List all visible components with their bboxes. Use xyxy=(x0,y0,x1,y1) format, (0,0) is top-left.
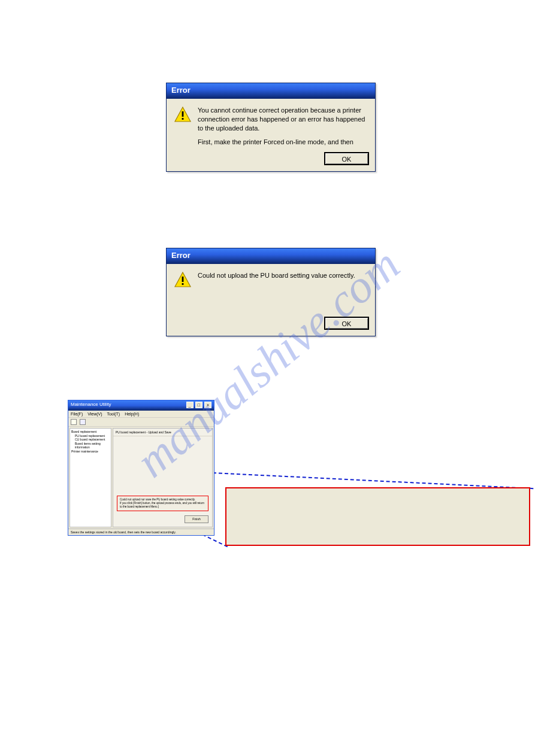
dialog1-line2: First, make the printer Forced on-line m… xyxy=(198,138,368,147)
dialog2-title: Error xyxy=(167,248,375,264)
highlighted-message-box: Could not upload nor save the PU board s… xyxy=(117,496,208,511)
nav-tree[interactable]: Board replacement PU board replacement C… xyxy=(69,428,111,527)
right-panel: PU board replacement - Upload and Save C… xyxy=(113,428,213,527)
tree-item-cu[interactable]: CU board replacement xyxy=(71,438,110,442)
panel-title: PU board replacement - Upload and Save xyxy=(113,429,212,436)
menu-tool[interactable]: Tool(T) xyxy=(107,412,120,416)
menu-help[interactable]: Help(H) xyxy=(125,412,139,416)
zoom-callout-box xyxy=(225,487,530,546)
svg-rect-5 xyxy=(182,283,184,285)
finish-button[interactable]: Finish xyxy=(185,515,208,523)
tree-root-printer[interactable]: Printer maintenance xyxy=(71,450,110,454)
error-dialog-1: Error You cannot continue correct operat… xyxy=(166,83,376,172)
dialog1-title: Error xyxy=(167,83,375,99)
dialog2-ok-button[interactable]: OK xyxy=(324,317,369,330)
minimize-icon[interactable]: _ xyxy=(186,402,194,408)
dialog1-ok-button[interactable]: OK xyxy=(324,152,369,165)
toolbar-icon-1[interactable] xyxy=(71,419,77,425)
callout-connector-top xyxy=(201,472,533,489)
toolbar-icon-2[interactable] xyxy=(80,419,86,425)
msg-line2: If you click [Finish] button, the upload… xyxy=(120,502,205,509)
maintenance-utility-window: Maintenance Utility _ □ × File(F) View(V… xyxy=(68,400,214,536)
menubar: File(F) View(V) Tool(T) Help(H) xyxy=(68,411,214,418)
dialog2-msg: Could not upload the PU board setting va… xyxy=(198,271,355,280)
maximize-icon[interactable]: □ xyxy=(195,402,202,408)
menu-file[interactable]: File(F) xyxy=(71,412,83,416)
window-controls: _ □ × xyxy=(186,402,211,411)
statusbar: Saves the settings stored in the old boa… xyxy=(68,529,214,535)
warning-icon xyxy=(174,271,192,289)
close-icon[interactable]: × xyxy=(204,402,211,408)
svg-rect-1 xyxy=(182,111,184,117)
svg-rect-4 xyxy=(182,277,184,282)
toolbar xyxy=(68,418,214,427)
menu-view[interactable]: View(V) xyxy=(87,412,102,416)
tree-item-settings[interactable]: Board items setting information xyxy=(71,442,110,450)
appwin-title: Maintenance Utility xyxy=(71,402,111,411)
svg-rect-2 xyxy=(182,118,184,120)
warning-icon xyxy=(174,106,192,124)
dialog1-line1: You cannot continue correct operation be… xyxy=(198,106,368,133)
error-dialog-2: Error Could not upload the PU board sett… xyxy=(166,248,376,336)
